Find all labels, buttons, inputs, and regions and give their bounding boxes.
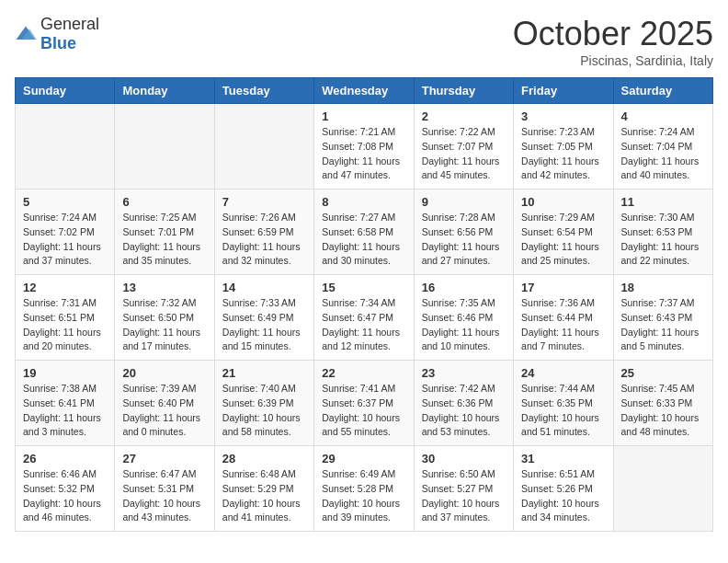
calendar-cell: 9Sunrise: 7:28 AM Sunset: 6:56 PM Daylig… xyxy=(414,190,513,275)
day-info: Sunrise: 7:44 AM Sunset: 6:35 PM Dayligh… xyxy=(521,382,605,440)
day-info: Sunrise: 7:34 AM Sunset: 6:47 PM Dayligh… xyxy=(322,296,405,354)
day-number: 24 xyxy=(521,366,605,380)
day-number: 21 xyxy=(222,366,306,380)
day-number: 16 xyxy=(422,281,506,294)
calendar-week-row: 19Sunrise: 7:38 AM Sunset: 6:41 PM Dayli… xyxy=(16,361,713,446)
calendar-cell: 18Sunrise: 7:37 AM Sunset: 6:43 PM Dayli… xyxy=(613,275,712,361)
day-number: 27 xyxy=(122,452,206,465)
calendar-cell: 5Sunrise: 7:24 AM Sunset: 7:02 PM Daylig… xyxy=(16,190,115,275)
day-info: Sunrise: 7:33 AM Sunset: 6:49 PM Dayligh… xyxy=(222,296,306,354)
day-number: 30 xyxy=(422,452,506,465)
calendar-week-row: 12Sunrise: 7:31 AM Sunset: 6:51 PM Dayli… xyxy=(16,275,713,361)
calendar-cell: 7Sunrise: 7:26 AM Sunset: 6:59 PM Daylig… xyxy=(214,190,313,275)
location-subtitle: Piscinas, Sardinia, Italy xyxy=(513,53,713,68)
page-header: General Blue October 2025 Piscinas, Sard… xyxy=(15,15,713,68)
weekday-header: Wednesday xyxy=(314,78,414,104)
day-number: 4 xyxy=(621,109,705,123)
calendar-cell: 24Sunrise: 7:44 AM Sunset: 6:35 PM Dayli… xyxy=(514,361,613,446)
calendar-cell: 21Sunrise: 7:40 AM Sunset: 6:39 PM Dayli… xyxy=(214,361,313,446)
calendar-week-row: 5Sunrise: 7:24 AM Sunset: 7:02 PM Daylig… xyxy=(16,190,713,275)
day-number: 12 xyxy=(23,281,107,294)
day-number: 18 xyxy=(621,281,705,294)
calendar-cell: 8Sunrise: 7:27 AM Sunset: 6:58 PM Daylig… xyxy=(314,190,414,275)
calendar-week-row: 1Sunrise: 7:21 AM Sunset: 7:08 PM Daylig… xyxy=(16,104,713,190)
calendar-cell xyxy=(16,104,115,190)
day-number: 8 xyxy=(322,195,405,209)
calendar-cell: 26Sunrise: 6:46 AM Sunset: 5:32 PM Dayli… xyxy=(16,446,115,532)
day-info: Sunrise: 7:26 AM Sunset: 6:59 PM Dayligh… xyxy=(222,211,306,269)
calendar-cell: 6Sunrise: 7:25 AM Sunset: 7:01 PM Daylig… xyxy=(115,190,214,275)
logo-blue: Blue xyxy=(40,34,76,52)
day-number: 15 xyxy=(322,281,405,294)
day-info: Sunrise: 6:49 AM Sunset: 5:28 PM Dayligh… xyxy=(322,467,405,525)
day-info: Sunrise: 7:24 AM Sunset: 7:04 PM Dayligh… xyxy=(621,125,705,183)
calendar-cell: 27Sunrise: 6:47 AM Sunset: 5:31 PM Dayli… xyxy=(115,446,214,532)
calendar-cell: 14Sunrise: 7:33 AM Sunset: 6:49 PM Dayli… xyxy=(214,275,313,361)
calendar-cell: 28Sunrise: 6:48 AM Sunset: 5:29 PM Dayli… xyxy=(214,446,313,532)
day-number: 9 xyxy=(422,195,506,209)
calendar-cell: 19Sunrise: 7:38 AM Sunset: 6:41 PM Dayli… xyxy=(16,361,115,446)
weekday-header: Monday xyxy=(115,78,214,104)
day-info: Sunrise: 7:45 AM Sunset: 6:33 PM Dayligh… xyxy=(621,382,705,440)
calendar-week-row: 26Sunrise: 6:46 AM Sunset: 5:32 PM Dayli… xyxy=(16,446,713,532)
day-number: 10 xyxy=(521,195,605,209)
calendar-cell: 29Sunrise: 6:49 AM Sunset: 5:28 PM Dayli… xyxy=(314,446,414,532)
month-title: October 2025 xyxy=(513,15,713,53)
day-info: Sunrise: 6:48 AM Sunset: 5:29 PM Dayligh… xyxy=(222,467,306,525)
calendar-cell: 10Sunrise: 7:29 AM Sunset: 6:54 PM Dayli… xyxy=(514,190,613,275)
day-info: Sunrise: 6:47 AM Sunset: 5:31 PM Dayligh… xyxy=(122,467,206,525)
calendar-cell: 31Sunrise: 6:51 AM Sunset: 5:26 PM Dayli… xyxy=(514,446,613,532)
day-info: Sunrise: 7:31 AM Sunset: 6:51 PM Dayligh… xyxy=(23,296,107,354)
day-number: 22 xyxy=(322,366,405,380)
day-number: 2 xyxy=(422,109,506,123)
calendar-cell xyxy=(214,104,313,190)
logo-general: General xyxy=(40,15,99,33)
day-info: Sunrise: 7:28 AM Sunset: 6:56 PM Dayligh… xyxy=(422,211,506,269)
calendar-cell: 16Sunrise: 7:35 AM Sunset: 6:46 PM Dayli… xyxy=(414,275,513,361)
calendar-cell: 1Sunrise: 7:21 AM Sunset: 7:08 PM Daylig… xyxy=(314,104,414,190)
calendar-cell xyxy=(613,446,712,532)
day-info: Sunrise: 7:41 AM Sunset: 6:37 PM Dayligh… xyxy=(322,382,405,440)
day-number: 7 xyxy=(222,195,306,209)
day-number: 31 xyxy=(521,452,605,465)
weekday-header: Sunday xyxy=(16,78,115,104)
calendar-cell: 3Sunrise: 7:23 AM Sunset: 7:05 PM Daylig… xyxy=(514,104,613,190)
day-info: Sunrise: 6:51 AM Sunset: 5:26 PM Dayligh… xyxy=(521,467,605,525)
calendar-cell: 2Sunrise: 7:22 AM Sunset: 7:07 PM Daylig… xyxy=(414,104,513,190)
day-info: Sunrise: 7:25 AM Sunset: 7:01 PM Dayligh… xyxy=(122,211,206,269)
calendar-cell: 30Sunrise: 6:50 AM Sunset: 5:27 PM Dayli… xyxy=(414,446,513,532)
day-number: 23 xyxy=(422,366,506,380)
weekday-header-row: SundayMondayTuesdayWednesdayThursdayFrid… xyxy=(16,78,713,104)
day-number: 20 xyxy=(122,366,206,380)
day-number: 1 xyxy=(322,109,405,123)
day-info: Sunrise: 7:27 AM Sunset: 6:58 PM Dayligh… xyxy=(322,211,405,269)
calendar-cell: 13Sunrise: 7:32 AM Sunset: 6:50 PM Dayli… xyxy=(115,275,214,361)
day-number: 19 xyxy=(23,366,107,380)
weekday-header: Tuesday xyxy=(214,78,313,104)
day-number: 11 xyxy=(621,195,705,209)
day-number: 13 xyxy=(122,281,206,294)
calendar-cell: 23Sunrise: 7:42 AM Sunset: 6:36 PM Dayli… xyxy=(414,361,513,446)
day-number: 6 xyxy=(122,195,206,209)
day-number: 25 xyxy=(621,366,705,380)
calendar-cell: 25Sunrise: 7:45 AM Sunset: 6:33 PM Dayli… xyxy=(613,361,712,446)
calendar-cell: 4Sunrise: 7:24 AM Sunset: 7:04 PM Daylig… xyxy=(613,104,712,190)
day-number: 3 xyxy=(521,109,605,123)
day-info: Sunrise: 7:39 AM Sunset: 6:40 PM Dayligh… xyxy=(122,382,206,440)
calendar-cell: 11Sunrise: 7:30 AM Sunset: 6:53 PM Dayli… xyxy=(613,190,712,275)
day-info: Sunrise: 7:35 AM Sunset: 6:46 PM Dayligh… xyxy=(422,296,506,354)
day-info: Sunrise: 7:30 AM Sunset: 6:53 PM Dayligh… xyxy=(621,211,705,269)
day-number: 26 xyxy=(23,452,107,465)
day-info: Sunrise: 7:21 AM Sunset: 7:08 PM Dayligh… xyxy=(322,125,405,183)
logo-text: General Blue xyxy=(40,15,99,53)
day-info: Sunrise: 7:32 AM Sunset: 6:50 PM Dayligh… xyxy=(122,296,206,354)
calendar-table: SundayMondayTuesdayWednesdayThursdayFrid… xyxy=(15,77,713,532)
calendar-cell: 15Sunrise: 7:34 AM Sunset: 6:47 PM Dayli… xyxy=(314,275,414,361)
day-info: Sunrise: 6:50 AM Sunset: 5:27 PM Dayligh… xyxy=(422,467,506,525)
day-info: Sunrise: 7:22 AM Sunset: 7:07 PM Dayligh… xyxy=(422,125,506,183)
day-number: 5 xyxy=(23,195,107,209)
weekday-header: Saturday xyxy=(613,78,712,104)
calendar-cell: 17Sunrise: 7:36 AM Sunset: 6:44 PM Dayli… xyxy=(514,275,613,361)
calendar-cell xyxy=(115,104,214,190)
day-info: Sunrise: 7:38 AM Sunset: 6:41 PM Dayligh… xyxy=(23,382,107,440)
